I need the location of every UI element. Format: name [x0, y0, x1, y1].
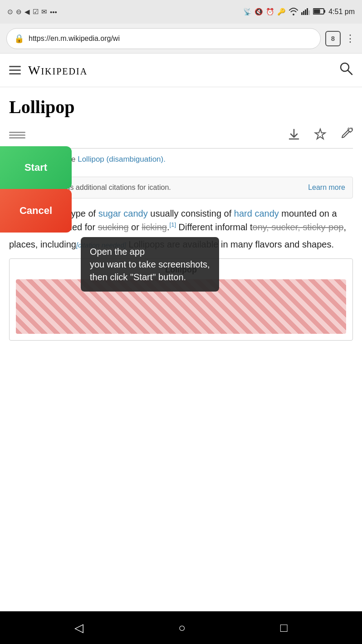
- signal-icon: [301, 8, 310, 16]
- msg-icon: ✉: [41, 8, 47, 16]
- toolbar-left: [9, 132, 25, 140]
- alarm-icon: ⏰: [266, 8, 274, 16]
- text-different: Different informal t: [176, 222, 253, 232]
- svg-rect-4: [308, 10, 310, 15]
- toc-line1: [9, 132, 25, 133]
- svg-rect-1: [303, 11, 304, 15]
- home-button[interactable]: ○: [178, 621, 186, 635]
- text-places: places, including: [9, 239, 76, 249]
- camera-icon: ⊙: [7, 8, 13, 16]
- status-bar: ⊙ ⊖ ◀ ☑ ✉ ••• 📡 🔇 ⏰ 🔑: [0, 0, 362, 24]
- wikipedia-logo: Wikipedia: [28, 63, 88, 78]
- start-button[interactable]: Start: [0, 146, 72, 189]
- nav-icon: ◀: [24, 8, 30, 16]
- minus-icon: ⊖: [16, 8, 22, 16]
- search-icon[interactable]: [339, 62, 353, 79]
- check-icon: ☑: [33, 8, 39, 16]
- page-title: Lollipop: [9, 96, 353, 118]
- toc-line3: [9, 137, 25, 139]
- disambiguation-link[interactable]: Lollipop (disambiguation).: [78, 155, 166, 163]
- recents-button[interactable]: □: [280, 621, 288, 635]
- licking-link[interactable]: licking: [142, 222, 167, 232]
- svg-rect-3: [307, 8, 308, 15]
- text-e: usually consisting of: [148, 208, 234, 218]
- lock-icon: 🔒: [14, 34, 24, 44]
- dots-icon: •••: [50, 8, 57, 16]
- key-icon: 🔑: [277, 8, 286, 16]
- tooltip-line1: Open the app: [90, 245, 210, 258]
- hamburger-line-3: [9, 73, 21, 74]
- status-bar-right-icons: 📡 🔇 ⏰ 🔑 4:: [243, 7, 355, 17]
- url-text[interactable]: https://en.m.wikipedia.org/wi: [29, 35, 313, 43]
- toolbar-right: [288, 128, 353, 144]
- page-content: Start Cancel Open the app you want to ta…: [0, 87, 362, 341]
- text-or: or: [129, 222, 142, 232]
- nav-spacer: [0, 341, 362, 373]
- tooltip-line2: you want to take screenshots,: [90, 258, 210, 271]
- wiki-header: Wikipedia: [0, 54, 362, 87]
- browser-bar: 🔒 https://en.m.wikipedia.org/wi 8 ⋮: [0, 24, 362, 54]
- toc-line2: [9, 134, 25, 136]
- names-link[interactable]: ony, sucker, sticky-pop: [253, 222, 344, 232]
- svg-rect-7: [314, 9, 320, 13]
- article-toolbar: [9, 123, 353, 149]
- hamburger-menu-button[interactable]: [9, 66, 21, 74]
- float-buttons: Start Cancel: [0, 146, 72, 233]
- android-nav: ◁ ○ □: [0, 611, 362, 644]
- tooltip-line3: then click "Start" button.: [90, 271, 210, 283]
- browser-menu-button[interactable]: ⋮: [345, 33, 356, 45]
- hard-candy-link[interactable]: hard candy: [234, 208, 279, 218]
- tooltip: Open the app you want to take screenshot…: [81, 237, 219, 292]
- wifi-icon: [289, 7, 298, 17]
- hamburger-line-2: [9, 69, 21, 71]
- toc-icon[interactable]: [9, 132, 25, 140]
- learn-more-link[interactable]: Learn more: [308, 183, 345, 192]
- tab-count-badge[interactable]: 8: [325, 31, 341, 46]
- battery-icon: [313, 8, 326, 16]
- download-icon[interactable]: [288, 128, 300, 144]
- wiki-header-left: Wikipedia: [9, 63, 88, 78]
- cast-icon: 📡: [243, 8, 252, 16]
- url-bar[interactable]: 🔒 https://en.m.wikipedia.org/wi: [6, 28, 321, 49]
- hamburger-line-1: [9, 66, 21, 67]
- svg-line-9: [348, 70, 352, 74]
- cite-1[interactable]: [1]: [170, 221, 176, 228]
- svg-rect-2: [305, 10, 306, 15]
- svg-rect-0: [301, 12, 303, 15]
- mute-icon: 🔇: [254, 8, 263, 16]
- svg-rect-6: [324, 10, 325, 13]
- time-display: 4:51 pm: [328, 8, 355, 16]
- cancel-button[interactable]: Cancel: [0, 189, 72, 233]
- edit-icon[interactable]: [340, 128, 353, 144]
- star-icon[interactable]: [314, 128, 327, 144]
- sucking-link[interactable]: sucking: [98, 222, 129, 232]
- sugar-candy-link[interactable]: sugar candy: [98, 208, 148, 218]
- back-button[interactable]: ◁: [74, 621, 83, 635]
- status-bar-left-icons: ⊙ ⊖ ◀ ☑ ✉ •••: [7, 8, 57, 16]
